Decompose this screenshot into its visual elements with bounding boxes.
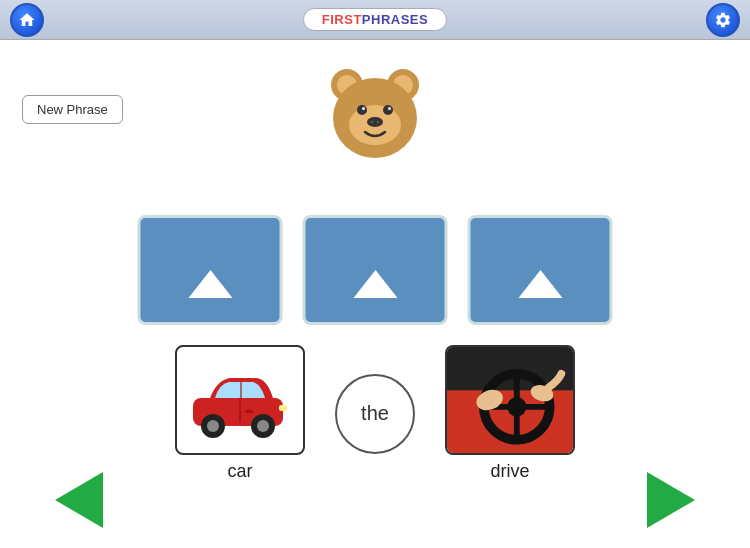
word-card-drive[interactable]: drive bbox=[445, 345, 575, 482]
new-phrase-button[interactable]: New Phrase bbox=[22, 95, 123, 124]
app-title-badge: FIRSTPHRASES bbox=[303, 8, 447, 31]
drive-image bbox=[445, 345, 575, 455]
drop-slot-1[interactable] bbox=[138, 215, 283, 325]
car-image bbox=[175, 345, 305, 455]
home-button[interactable] bbox=[10, 3, 44, 37]
right-arrow-icon bbox=[647, 472, 695, 528]
drop-slot-2[interactable] bbox=[303, 215, 448, 325]
svg-point-6 bbox=[357, 105, 367, 115]
svg-point-7 bbox=[383, 105, 393, 115]
nav-forward-button[interactable] bbox=[647, 472, 695, 528]
bear-svg bbox=[325, 60, 425, 160]
home-icon bbox=[18, 11, 36, 29]
car-svg bbox=[185, 360, 295, 440]
svg-point-11 bbox=[371, 121, 374, 124]
drop-slot-3[interactable] bbox=[468, 215, 613, 325]
svg-point-18 bbox=[257, 420, 269, 432]
drive-svg bbox=[447, 345, 573, 455]
svg-point-16 bbox=[207, 420, 219, 432]
header: FIRSTPHRASES bbox=[0, 0, 750, 40]
svg-point-10 bbox=[367, 117, 383, 127]
car-label: car bbox=[227, 461, 252, 482]
svg-rect-21 bbox=[245, 410, 253, 413]
svg-point-27 bbox=[507, 397, 526, 416]
svg-rect-19 bbox=[279, 405, 287, 411]
the-label: the bbox=[361, 402, 389, 425]
svg-point-9 bbox=[388, 107, 391, 110]
up-arrow-icon bbox=[518, 270, 562, 298]
word-circle-the[interactable]: the bbox=[335, 374, 415, 454]
drive-label: drive bbox=[490, 461, 529, 482]
up-arrow-icon bbox=[188, 270, 232, 298]
left-arrow-icon bbox=[55, 472, 103, 528]
up-arrow-icon bbox=[353, 270, 397, 298]
title-first: FIRST bbox=[322, 12, 362, 27]
settings-icon bbox=[714, 11, 732, 29]
svg-point-8 bbox=[362, 107, 365, 110]
word-card-car[interactable]: car bbox=[175, 345, 305, 482]
nav-back-button[interactable] bbox=[55, 472, 103, 528]
title-phrases: PHRASES bbox=[362, 12, 428, 27]
slots-row bbox=[138, 215, 613, 325]
settings-button[interactable] bbox=[706, 3, 740, 37]
bear-mascot bbox=[325, 60, 425, 160]
word-cards-row: car the bbox=[175, 345, 575, 482]
svg-point-12 bbox=[377, 121, 380, 124]
main-content: New Phrase bbox=[0, 40, 750, 548]
